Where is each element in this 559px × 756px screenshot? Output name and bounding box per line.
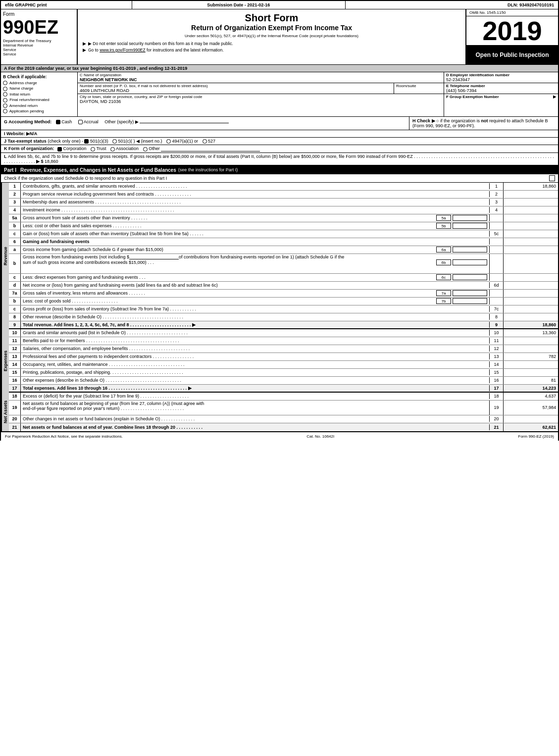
omb-number: OMB No. 1545-1150 [466, 9, 558, 16]
table-row: 12 Salaries, other compensation, and emp… [9, 345, 558, 353]
app-pending-item[interactable]: Application pending [3, 109, 75, 113]
page-footer: For Paperwork Reduction Act Notice, see … [0, 432, 559, 441]
app-pending-radio[interactable] [3, 109, 7, 113]
section-j-row: J Tax-exempt status (check only one) - 5… [0, 138, 559, 145]
row-number: 21 [9, 423, 21, 431]
note1: ▶ ▶ Do not enter social security numbers… [83, 41, 460, 46]
org-street-row: Number and street (or P. O. box, if mail… [78, 83, 444, 94]
table-row: 11 Benefits paid to or for members . . .… [9, 337, 558, 345]
schedule-o-checkbox[interactable] [549, 175, 555, 181]
row-amount [504, 285, 558, 286]
org-street-section: Number and street (or P. O. box, if mail… [78, 83, 394, 94]
amended-item[interactable]: Amended return [3, 103, 75, 108]
6c-amount-box[interactable] [453, 274, 487, 280]
name-change-radio[interactable] [3, 87, 7, 91]
527-radio[interactable] [203, 139, 207, 144]
table-row: d Net income or (loss) from gaming and f… [9, 282, 558, 290]
row-number: 11 [9, 337, 21, 345]
name-change-item[interactable]: Name charge [3, 86, 75, 91]
5b-amount-box[interactable] [453, 223, 487, 229]
5a-amount-box[interactable] [453, 215, 487, 221]
assoc-radio[interactable] [110, 147, 115, 151]
section-k-row: K Form of organization: Corporation Trus… [0, 145, 559, 152]
revenue-label: Revenue [1, 183, 9, 329]
row-line: 10 [490, 329, 504, 337]
row-line: 6d [490, 282, 504, 289]
table-row: 9 Total revenue. Add lines 1, 2, 3, 4, 5… [9, 321, 558, 329]
row-number: 18 [9, 393, 21, 400]
expenses-section: Expenses 10 Grants and similar amounts p… [0, 329, 559, 393]
row-line: 11 [490, 337, 504, 345]
table-row: 19 Net assets or fund balances at beginn… [9, 401, 558, 415]
final-return-item[interactable]: Final return/terminated [3, 98, 75, 102]
row-desc: Net assets or fund balances at end of ye… [21, 424, 490, 430]
501c-radio[interactable] [112, 139, 117, 144]
corp-checkbox[interactable] [57, 147, 62, 151]
row-amount [504, 308, 558, 309]
row-desc: Investment income . . . . . . . . . . . … [21, 207, 490, 213]
form-main-title: Return of Organization Exempt From Incom… [83, 24, 460, 32]
form-subtitle: Under section 501(c), 527, or 4947(a)(1)… [83, 34, 460, 38]
row-line [490, 214, 504, 222]
7a-amount-box[interactable] [453, 290, 487, 296]
group-label: F Group Exemption Number ▶ [446, 95, 556, 99]
graphic-print-label: efile GRAPHIC print [1, 1, 132, 9]
service-label: Service [3, 52, 75, 56]
6a-amount-box[interactable] [453, 247, 487, 252]
row-desc: Benefits paid to or for members . . . . … [21, 338, 490, 344]
row-number: b [9, 298, 21, 305]
section-bc-row: B Check if applicable: Address charge Na… [0, 72, 559, 117]
address-change-item[interactable]: Address charge [3, 81, 75, 85]
arrow2: ▶ [83, 48, 86, 52]
room-label: Room/suite [396, 84, 442, 88]
check-b-section: B Check if applicable: Address charge Na… [1, 72, 78, 116]
irs-link[interactable]: www.irs.gov/Form990EZ [100, 48, 146, 52]
row-amount [504, 340, 558, 341]
row-line: 8 [490, 313, 504, 321]
501c3-checkbox[interactable] [84, 139, 89, 144]
row-number: 12 [9, 345, 21, 353]
trust-radio[interactable] [91, 147, 95, 151]
main-header: Form 990EZ Department of the Treasury In… [0, 9, 559, 65]
row-line: 13 [490, 353, 504, 360]
row-amount [504, 348, 558, 349]
amended-radio[interactable] [3, 103, 7, 108]
row-amount [504, 316, 558, 317]
row-number: b [9, 222, 21, 230]
row-desc: Gross income from fundraising events (no… [21, 254, 490, 273]
cash-checkbox[interactable] [56, 120, 60, 124]
table-row: 18 Excess or (deficit) for the year (Sub… [9, 393, 558, 401]
row-line [490, 238, 504, 246]
fundraising-amount-line [129, 254, 179, 259]
initial-return-item[interactable]: Initial return [3, 92, 75, 97]
row-number: 1 [9, 183, 21, 190]
open-inspection-box: Open to Public Inspection [466, 46, 558, 64]
row-line: 12 [490, 345, 504, 353]
table-row: 10 Grants and similar amounts paid (list… [9, 329, 558, 337]
other-radio[interactable] [143, 147, 148, 151]
expenses-rows: 10 Grants and similar amounts paid (list… [9, 329, 558, 393]
arrow1: ▶ [83, 41, 86, 46]
table-row: b Gross income from fundraising events (… [9, 254, 558, 274]
7b-amount-box[interactable] [453, 298, 487, 304]
table-row: 15 Printing, publications, postage, and … [9, 369, 558, 377]
submission-date: Submission Date - 2021-02-16 [132, 1, 345, 9]
ein-label: D Employer identification number [446, 73, 556, 77]
accrual-checkbox[interactable] [78, 120, 83, 124]
4947a1-radio[interactable] [166, 139, 171, 144]
short-form-title: Short Form [83, 12, 460, 24]
row-desc: Printing, publications, postage, and shi… [21, 369, 490, 375]
row-number: a [9, 246, 21, 253]
city-label: City or town, state or province, country… [80, 95, 442, 99]
initial-return-radio[interactable] [3, 92, 7, 97]
6b-amount-box[interactable] [453, 259, 487, 265]
section-i-row: I Website: ▶N/A [0, 130, 559, 138]
address-change-radio[interactable] [3, 81, 7, 85]
net-assets-label: Net Assets [1, 393, 9, 431]
row-amount [504, 225, 558, 226]
table-row: 21 Net assets or fund balances at end of… [9, 423, 558, 431]
row-line: 5c [490, 230, 504, 238]
final-return-radio[interactable] [3, 98, 7, 102]
table-row: 16 Other expenses (describe in Schedule … [9, 377, 558, 385]
row-number: 3 [9, 199, 21, 206]
